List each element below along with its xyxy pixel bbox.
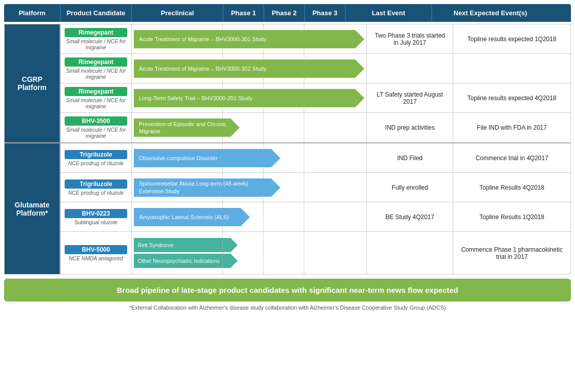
phase-divider-3: [304, 113, 304, 142]
pipeline-bar: Amyotrophic Lateral Sclerosis (ALS): [134, 208, 241, 226]
pipeline-bar: Prevention of Episodic and Chronic Migra…: [134, 118, 231, 137]
next-event: [453, 54, 570, 83]
product-rimegepant-2: Rimegepant Small molecule / NCE for migr…: [61, 54, 132, 83]
product-desc: Sublingual riluzole: [74, 219, 118, 225]
header-phase1: Phase 1: [223, 4, 264, 22]
product-name: Rimegepant: [65, 57, 127, 67]
product-bhv0223: BHV-0223 Sublingual riluzole: [61, 202, 132, 231]
bar-wrapper: Acute Treatment of Migraine – BHV3000-30…: [134, 30, 364, 48]
last-event: Fully enrolled: [367, 173, 453, 202]
last-event: [367, 54, 453, 83]
product-desc: Small molecule / NCE for migraine: [65, 97, 127, 109]
header-platform: Platform: [4, 4, 60, 22]
product-name: Trigriluzole: [65, 150, 127, 159]
phase-divider-3: [304, 143, 304, 172]
pipeline-area: Obsessive-compulsive Disorder: [132, 143, 367, 172]
platform-cgrp: CGRP Platform: [5, 24, 61, 142]
product-name: Trigriluzole: [65, 179, 127, 189]
header-phase2: Phase 2: [264, 4, 304, 22]
section-glutamate: Glutamate Platform* Trigriluzole NCE pro…: [5, 143, 570, 274]
stacked-bars: Rett Syndrome Other Neuropsychiatric Ind…: [134, 236, 364, 270]
cgrp-rows: Rimegepant Small molecule / NCE for migr…: [61, 24, 570, 142]
product-desc: Small molecule / NCE for migraine: [65, 68, 127, 80]
pipeline-area: Amyotrophic Lateral Sclerosis (ALS): [132, 202, 367, 231]
glutamate-rows: Trigriluzole NCE prodrug of riluzole Obs…: [61, 143, 570, 274]
bar-arrow: [231, 254, 238, 268]
header-preclinical: Preclinical: [131, 4, 223, 22]
product-desc: NCE prodrug of riluzole: [68, 160, 124, 166]
product-name: Rimegepant: [65, 28, 127, 37]
bar-arrow: [355, 30, 364, 48]
bar-wrapper: Acute Treatment of Migraine – BHV3000-30…: [134, 59, 364, 78]
bar-arrow: [355, 89, 364, 107]
last-event: IND Filed: [367, 143, 453, 172]
pipeline-bar-2: Other Neuropsychiatric Indications: [134, 254, 231, 268]
pipeline-area: Acute Treatment of Migraine – BHV3000-30…: [132, 54, 367, 83]
next-event: Topline results expected 4Q2018: [453, 83, 570, 112]
pipeline-container: Platform Product Candidate Preclinical P…: [0, 0, 575, 315]
bar-row-1: Rett Syndrome: [134, 238, 364, 252]
pipeline-area: Rett Syndrome Other Neuropsychiatric Ind…: [132, 232, 367, 274]
product-name: BHV-5000: [65, 245, 127, 254]
bar-wrapper: Obsessive-compulsive Disorder: [134, 149, 280, 167]
product-name: BHV-3500: [65, 116, 127, 126]
last-event: Two Phase 3 trials started in July 2017: [367, 24, 453, 53]
table-row: BHV-3500 Small molecule / NCE for migrai…: [61, 113, 570, 142]
bar-arrow: [355, 59, 364, 78]
last-event: LT Safety started August 2017: [367, 83, 453, 112]
table-header: Platform Product Candidate Preclinical P…: [4, 4, 571, 22]
bar-wrapper: Long-Term Safety Trial – BHV3000-201 Stu…: [134, 89, 364, 107]
product-desc: Small molecule / NCE for migraine: [65, 38, 127, 50]
next-event: File IND with FDA in 2017: [453, 113, 570, 142]
bar-arrow: [231, 238, 238, 252]
bar-arrow: [271, 178, 280, 197]
product-name: BHV-0223: [65, 209, 127, 218]
header-product: Product Candidate: [60, 4, 131, 22]
pipeline-area: Acute Treatment of Migraine – BHV3000-30…: [132, 24, 367, 53]
phase-divider-3: [304, 173, 304, 202]
pipeline-bar: Acute Treatment of Migraine – BHV3000-30…: [134, 30, 355, 48]
last-event: [367, 232, 453, 274]
next-event: Topline Results 1Q2018: [453, 202, 570, 231]
platform-glutamate: Glutamate Platform*: [5, 143, 61, 274]
next-event: Commence Phase 1 pharmacokinetic trial i…: [453, 232, 570, 274]
product-rimegepant-1: Rimegepant Small molecule / NCE for migr…: [61, 24, 132, 53]
pipeline-area: Spinocerebellar Ataxia Long-term (48-wee…: [132, 173, 367, 202]
section-cgrp: CGRP Platform Rimegepant Small molecule …: [5, 24, 570, 143]
product-desc: NCE prodrug of riluzole: [68, 190, 124, 196]
table-row: Rimegepant Small molecule / NCE for migr…: [61, 24, 570, 54]
phase-divider-2: [263, 202, 264, 231]
next-event: Topline results expected 1Q2018: [453, 24, 570, 53]
header-last-event: Last Event: [345, 4, 432, 22]
product-desc: NCE NMDA antagonist: [69, 255, 123, 261]
table-row: BHV-0223 Sublingual riluzole Amyotrophic…: [61, 202, 570, 232]
pipeline-bar: Long-Term Safety Trial – BHV3000-201 Stu…: [134, 89, 355, 107]
table-row: BHV-5000 NCE NMDA antagonist Rett Syndro…: [61, 232, 570, 274]
header-phase3: Phase 3: [304, 4, 345, 22]
pipeline-area: Prevention of Episodic and Chronic Migra…: [132, 113, 367, 142]
pipeline-area: Long-Term Safety Trial – BHV3000-201 Stu…: [132, 83, 367, 112]
bar-wrapper: Amyotrophic Lateral Sclerosis (ALS): [134, 208, 250, 226]
last-event: IND prep activities: [367, 113, 453, 142]
product-desc: Small molecule / NCE for migraine: [65, 127, 127, 139]
bar-arrow: [241, 208, 250, 226]
table-row: Trigriluzole NCE prodrug of riluzole Spi…: [61, 173, 570, 202]
next-event: Commence trial in 4Q2017: [453, 143, 570, 172]
product-trigriluzole-2: Trigriluzole NCE prodrug of riluzole: [61, 173, 132, 202]
bar-arrow: [231, 118, 240, 137]
pipeline-bar: Obsessive-compulsive Disorder: [134, 149, 271, 167]
product-rimegepant-3: Rimegepant Small molecule / NCE for migr…: [61, 83, 132, 112]
phase-divider-2: [263, 113, 264, 142]
pipeline-bar: Acute Treatment of Migraine – BHV3000-30…: [134, 59, 355, 78]
footer-banner: Broad pipeline of late-stage product can…: [4, 279, 571, 301]
bar-wrapper: Prevention of Episodic and Chronic Migra…: [134, 118, 240, 137]
next-event: Topline Results 4Q2018: [453, 173, 570, 202]
header-next-event: Next Expected Event(s): [432, 4, 549, 22]
phase-divider-3: [304, 202, 304, 231]
bar-wrapper: Spinocerebellar Ataxia Long-term (48-wee…: [134, 178, 280, 197]
bar-arrow: [271, 149, 280, 167]
pipeline-bar: Spinocerebellar Ataxia Long-term (48-wee…: [134, 178, 271, 197]
table-row: Trigriluzole NCE prodrug of riluzole Obs…: [61, 143, 570, 173]
footnote: *External Collaboration with Alzheimer's…: [4, 305, 571, 311]
pipeline-bar-1: Rett Syndrome: [134, 238, 231, 252]
